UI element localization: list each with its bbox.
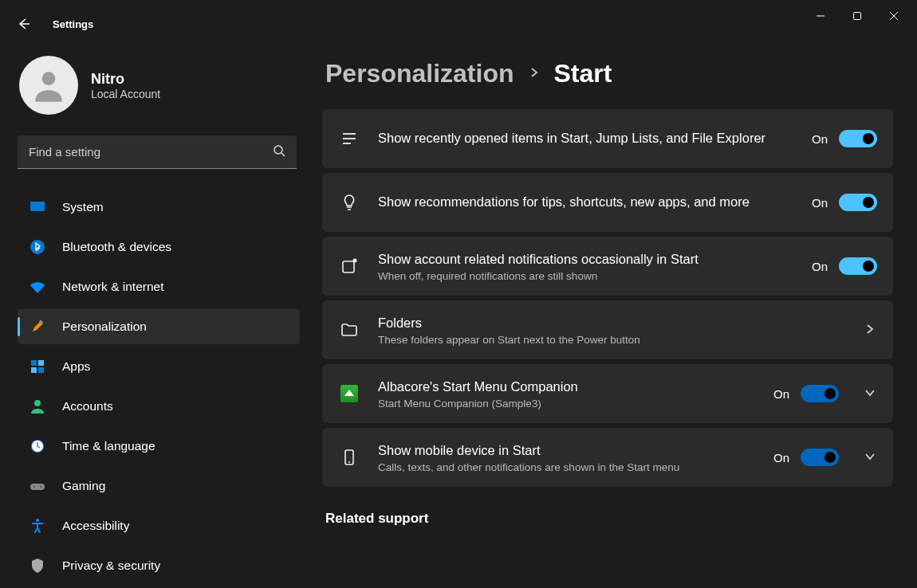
back-button[interactable] [18,18,30,30]
search-box[interactable] [18,135,297,169]
setting-title: Show account related notifications occas… [378,250,794,269]
svg-point-18 [33,486,35,488]
list-icon [338,127,360,150]
breadcrumb-parent[interactable]: Personalization [325,59,514,88]
svg-rect-17 [30,484,45,490]
svg-point-25 [353,259,357,263]
phone-icon [338,446,360,468]
setting-title: Show recently opened items in Start, Jum… [378,129,794,147]
setting-title: Show mobile device in Start [378,441,756,460]
svg-point-4 [42,72,56,85]
setting-subtitle: These folders appear on Start next to th… [378,334,839,346]
setting-companion: Albacore's Start Menu CompanionStart Men… [322,364,893,423]
toggle-switch[interactable] [839,130,877,147]
main-content: Personalization Start Show recently open… [311,32,917,588]
nav: System Bluetooth & devices Network & int… [18,190,300,588]
setting-title: Albacore's Start Menu Companion [378,378,756,396]
square_dot-icon [338,255,360,277]
titlebar: Settings [0,0,917,32]
svg-point-20 [36,519,39,522]
nav-time-language[interactable]: Time & language [18,429,300,464]
toggle-state-label: On [773,387,789,401]
svg-rect-13 [38,367,44,373]
nav-accounts[interactable]: Accounts [18,389,300,424]
svg-point-5 [274,146,282,154]
clock-icon [29,437,46,455]
nav-network[interactable]: Network & internet [18,269,300,304]
folder-icon [338,319,360,341]
svg-point-8 [30,240,45,254]
toggle-state-label: On [773,451,789,465]
user-block[interactable]: Nitro Local Account [18,56,300,115]
user-account-type: Local Account [91,88,160,100]
nav-system[interactable]: System [18,190,300,225]
svg-rect-11 [38,360,44,366]
person-icon [29,398,46,415]
setting-account_notif: Show account related notifications occas… [322,237,893,296]
setting-folders[interactable]: FoldersThese folders appear on Start nex… [322,300,893,359]
setting-subtitle: When off, required notifications are sti… [378,270,794,282]
user-name: Nitro [91,71,160,88]
toggle-switch[interactable] [801,385,839,402]
svg-rect-24 [343,261,354,272]
nav-accessibility[interactable]: Accessibility [18,508,300,543]
toggle-switch[interactable] [839,257,877,275]
brush-icon [29,318,46,335]
nav-gaming[interactable]: Gaming [18,468,300,504]
companion-icon [338,382,360,405]
search-input[interactable] [18,135,297,169]
chevron-down-icon[interactable] [864,387,877,400]
breadcrumb-current: Start [554,59,612,88]
svg-line-6 [281,153,285,156]
shield-icon [29,557,46,574]
svg-point-14 [34,400,41,406]
toggle-state-label: On [812,196,828,210]
chevron-right-icon[interactable] [864,323,877,336]
nav-privacy[interactable]: Privacy & security [18,548,300,583]
svg-point-19 [40,486,41,488]
display-icon [29,198,46,216]
app-title: Settings [53,18,93,30]
search-icon [273,144,285,160]
setting-subtitle: Start Menu Companion (Sample3) [378,398,756,410]
svg-rect-12 [31,367,37,373]
bulb-icon [338,191,360,214]
gamepad-icon [29,477,46,495]
chevron-right-icon [529,67,540,81]
toggle-switch[interactable] [839,194,877,211]
svg-rect-7 [30,202,45,211]
nav-bluetooth[interactable]: Bluetooth & devices [18,229,300,265]
bluetooth-icon [29,238,46,256]
setting-mobile: Show mobile device in StartCalls, texts,… [322,428,893,487]
svg-rect-1 [854,13,861,20]
maximize-button[interactable] [839,3,876,29]
chevron-down-icon[interactable] [864,451,877,464]
apps-icon [29,358,46,375]
setting-tips: Show recommendations for tips, shortcuts… [322,173,893,232]
setting-title: Show recommendations for tips, shortcuts… [378,193,794,211]
sidebar: Nitro Local Account System Bluetooth & d… [0,32,311,588]
setting-recent: Show recently opened items in Start, Jum… [322,109,893,168]
toggle-state-label: On [812,260,828,273]
minimize-button[interactable] [802,3,839,29]
setting-title: Folders [378,314,839,332]
toggle-switch[interactable] [801,449,839,466]
close-button[interactable] [876,3,912,29]
nav-apps[interactable]: Apps [18,349,300,384]
avatar [19,56,78,115]
svg-rect-10 [31,360,37,366]
wifi-icon [29,278,46,296]
accessibility-icon [29,517,46,535]
related-support-heading: Related support [322,511,893,527]
breadcrumb: Personalization Start [322,59,893,88]
toggle-state-label: On [812,132,828,146]
setting-subtitle: Calls, texts, and other notifications ar… [378,461,756,473]
nav-personalization[interactable]: Personalization [18,309,300,344]
